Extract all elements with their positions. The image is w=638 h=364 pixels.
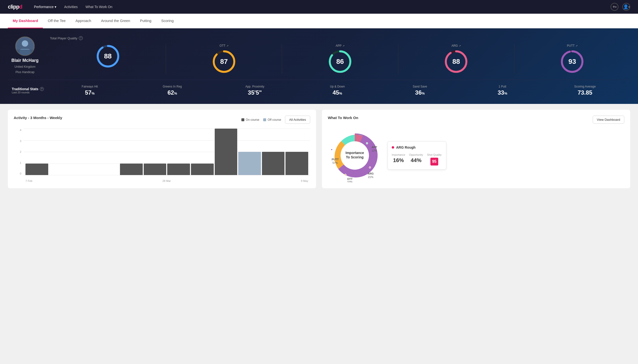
shot-quality-value: 95 [431, 158, 438, 166]
stat-greens-value: 62% [131, 89, 214, 96]
user-button[interactable]: 👤 ▾ [622, 3, 630, 11]
stat-scoring: Scoring Average 73.85 [544, 85, 626, 96]
arg-label: ARG ↗ [452, 44, 461, 48]
stat-oneputt-value: 33% [461, 89, 544, 96]
shot-quality-label: Shot Quality [427, 153, 442, 156]
chart-x-labels: 7 Feb 28 Mar 9 May [24, 180, 310, 182]
tab-my-dashboard[interactable]: My Dashboard [8, 14, 43, 28]
scores-section: Total Player Quality ? 88 [50, 36, 630, 74]
tab-approach[interactable]: Approach [71, 14, 96, 28]
add-button[interactable]: + ▾ [610, 3, 618, 11]
tab-off-the-tee[interactable]: Off the Tee [43, 14, 71, 28]
tab-putting[interactable]: Putting [135, 14, 156, 28]
stat-oneputt: 1 Putt 33% [461, 85, 544, 96]
all-activities-button[interactable]: All Activities [285, 116, 310, 124]
stat-sandsave-value: 36% [379, 89, 461, 96]
activity-card-header: Activity - 3 Months - Weekly On course O… [14, 116, 310, 124]
stat-proximity-value: 35'5" [214, 89, 296, 96]
stat-updown: Up & Down 45% [296, 85, 378, 96]
bar-10 [238, 152, 261, 175]
stat-fairways: Fairways Hit 57% [49, 85, 131, 96]
overall-value: 88 [104, 52, 112, 60]
app-dot [366, 142, 368, 144]
view-dashboard-button[interactable]: View Dashboard [593, 116, 624, 124]
svg-text:ARG: ARG [368, 172, 374, 175]
arg-arrow-icon: ↗ [459, 44, 461, 47]
stat-fairways-label: Fairways Hit [49, 85, 131, 88]
tab-around-the-green[interactable]: Around the Green [96, 14, 135, 28]
chart-y-labels: 4 3 2 1 0 [14, 128, 22, 175]
avatar [15, 36, 35, 56]
stat-fairways-value: 57% [49, 89, 131, 96]
svg-text:APP: APP [372, 146, 377, 149]
stats-help-icon[interactable]: ? [40, 87, 44, 91]
work-on-header: What To Work On View Dashboard [328, 116, 624, 124]
arg-value: 88 [453, 58, 460, 66]
scores-grid: 88 OTT ↗ 87 [50, 44, 630, 74]
donut-chart-container: Importance To Scoring PUTT 57% OTT 10% A… [328, 128, 382, 182]
chevron-down-icon: ▾ [615, 6, 616, 8]
score-app: APP ↗ 86 [282, 44, 398, 74]
bar-12 [285, 152, 308, 175]
chevron-down-icon: ▾ [55, 5, 56, 9]
work-on-card: What To Work On View Dashboard [322, 110, 630, 188]
bar-9 [215, 128, 238, 175]
ott-label: OTT ↗ [220, 44, 229, 48]
arg-circle: 88 [444, 50, 468, 74]
stat-scoring-value: 73.85 [544, 89, 626, 96]
stat-proximity-label: App. Proximity [214, 85, 296, 88]
stat-oneputt-label: 1 Putt [461, 85, 544, 88]
activity-chart: 4 3 2 1 0 [14, 128, 310, 182]
putt-circle: 93 [560, 50, 584, 74]
stat-sandsave: Sand Save 36% [379, 85, 461, 96]
score-putt: PUTT ↗ 93 [514, 44, 630, 74]
stat-proximity: App. Proximity 35'5" [214, 85, 296, 96]
importance-label: Importance [392, 153, 405, 156]
nav-links: Performance ▾ Activities What To Work On [34, 5, 610, 9]
score-overall: 88 [50, 44, 166, 74]
info-opportunity: Opportunity 44% [409, 153, 423, 166]
hero-section: Blair McHarg United Kingdom Plus Handica… [0, 28, 638, 104]
player-info: Blair McHarg United Kingdom Plus Handica… [8, 36, 42, 74]
user-icon: 👤 [623, 4, 628, 10]
nav-performance[interactable]: Performance ▾ [34, 5, 56, 9]
bar-5 [120, 164, 143, 175]
ott-arrow-icon: ↗ [227, 44, 229, 47]
help-icon[interactable]: ? [79, 36, 83, 40]
bottom-section: Activity - 3 Months - Weekly On course O… [0, 104, 638, 194]
bar-11 [262, 152, 285, 175]
svg-text:21%: 21% [368, 176, 373, 178]
donut-chart: Importance To Scoring PUTT 57% OTT 10% A… [328, 128, 382, 182]
putt-value: 93 [568, 58, 576, 66]
nav-activities[interactable]: Activities [64, 5, 78, 9]
overall-circle: 88 [96, 44, 120, 68]
svg-rect-3 [16, 50, 34, 56]
info-card-title: ARG Rough [392, 146, 442, 149]
ott-circle: 87 [212, 50, 236, 74]
opportunity-label: Opportunity [409, 153, 423, 156]
chart-bars [24, 128, 310, 175]
work-on-title: What To Work On [328, 116, 358, 120]
tab-scoring[interactable]: Scoring [156, 14, 178, 28]
logo[interactable]: clippd [8, 4, 22, 10]
svg-point-1 [22, 40, 28, 46]
stat-greens-label: Greens In Reg [131, 85, 214, 88]
scores-title: Total Player Quality ? [50, 36, 630, 40]
player-name: Blair McHarg [11, 58, 39, 63]
app-label: APP ↗ [336, 44, 344, 48]
legend-on-course: On course [241, 118, 259, 122]
ott-dot [344, 174, 346, 176]
svg-text:To Scoring: To Scoring [346, 155, 364, 159]
putt-arrow-icon: ↗ [576, 44, 577, 47]
info-shot-quality: Shot Quality 95 [427, 153, 442, 166]
stats-label-col: Traditional Stats ? Last 20 rounds [12, 87, 49, 94]
svg-text:PUTT: PUTT [332, 158, 339, 161]
info-importance: Importance 16% [392, 153, 405, 166]
arg-dot [369, 166, 371, 168]
activity-card: Activity - 3 Months - Weekly On course O… [8, 110, 316, 188]
opportunity-value: 44% [409, 157, 423, 164]
stat-sandsave-label: Sand Save [379, 85, 461, 88]
svg-text:OTT: OTT [347, 178, 353, 180]
app-arrow-icon: ↗ [342, 44, 344, 47]
nav-what-to-work-on[interactable]: What To Work On [85, 5, 112, 9]
